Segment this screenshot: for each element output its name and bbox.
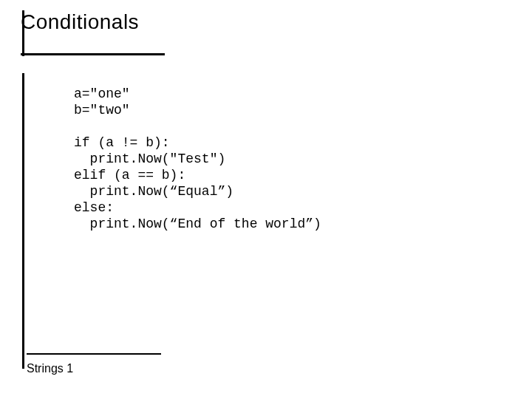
- body-accent-vertical: [22, 73, 24, 369]
- footer-text: Strings 1: [27, 362, 161, 375]
- title-area: Conditionals: [21, 10, 165, 55]
- slide: Conditionals a="one" b="two" if (a != b)…: [0, 0, 532, 399]
- footer-area: Strings 1: [27, 353, 161, 375]
- code-block: a="one" b="two" if (a != b): print.Now("…: [74, 86, 321, 232]
- slide-title: Conditionals: [21, 10, 165, 34]
